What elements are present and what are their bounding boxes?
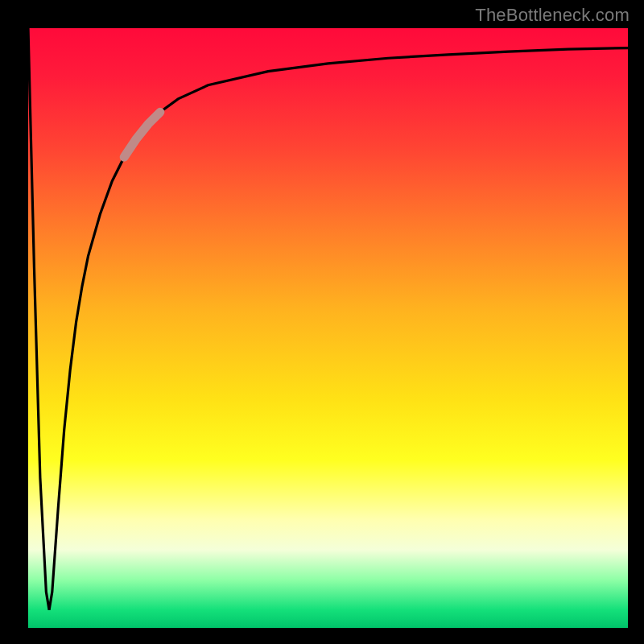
- curve-path: [28, 28, 628, 610]
- plot-area: [28, 28, 628, 628]
- attribution-text: TheBottleneck.com: [475, 5, 630, 26]
- chart-frame: TheBottleneck.com: [0, 0, 644, 644]
- curve-highlight: [124, 112, 160, 157]
- bottleneck-curve: [28, 28, 628, 628]
